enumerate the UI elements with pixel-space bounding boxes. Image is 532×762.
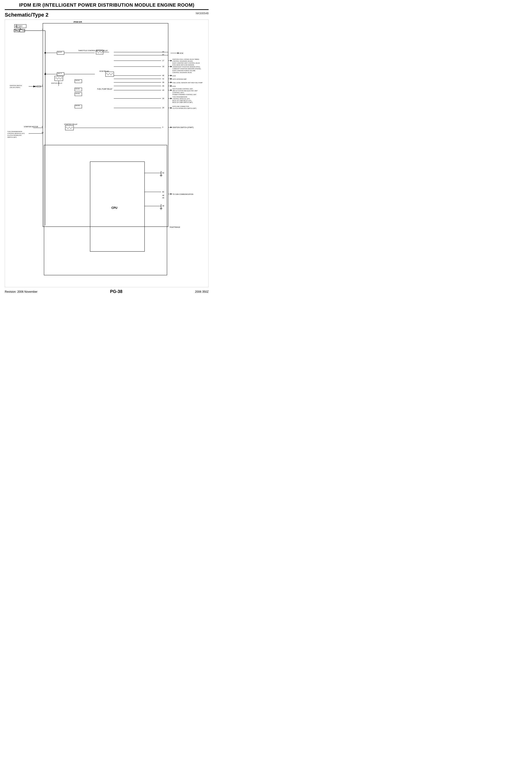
svg-text:VDC/TCS/ABS CONTROL UNIT,: VDC/TCS/ABS CONTROL UNIT,	[172, 88, 193, 90]
svg-text:15A B7: 15A B7	[57, 51, 62, 53]
svg-text:CONTROL SOLENOID VALVE: CONTROL SOLENOID VALVE	[172, 72, 191, 73]
svg-text:42: 42	[162, 51, 164, 53]
footer-left: Revision: 2006 November	[5, 290, 38, 293]
svg-text:(CONTROL UNIT),: (CONTROL UNIT),	[172, 92, 185, 93]
svg-text:TCM (TRANSMISSION: TCM (TRANSMISSION	[7, 131, 22, 132]
svg-text:IGNITION RELAY: IGNITION RELAY	[51, 83, 62, 84]
svg-text:EVAP CANISTER VENT CONTROL VAL: EVAP CANISTER VENT CONTROL VALVE	[172, 62, 199, 64]
svg-text:TO CAN COMMUNICATION: TO CAN COMMUNICATION	[172, 193, 193, 195]
svg-rect-43	[106, 72, 114, 77]
svg-text:STARTER RELAY: STARTER RELAY	[64, 123, 78, 125]
svg-text:SWITCH (M/T): SWITCH (M/T)	[7, 136, 17, 138]
svg-text:TCM (TRANSMISSION: TCM (TRANSMISSION	[172, 96, 187, 98]
svg-text:THROTTLE CONTROL MOTOR RELAY: THROTTLE CONTROL MOTOR RELAY	[78, 50, 108, 51]
svg-rect-39	[55, 76, 63, 81]
svg-text:ECM: ECM	[180, 52, 183, 54]
svg-text:FUEL LEVEL SENSOR UNIT AND FUE: FUEL LEVEL SENSOR UNIT AND FUEL PUMP	[172, 82, 202, 83]
svg-rect-0	[43, 23, 168, 227]
svg-text:49: 49	[162, 197, 164, 198]
svg-rect-113	[65, 125, 73, 130]
svg-text:ECM, MASS AIR FLOW SENSOR,: ECM, MASS AIR FLOW SENSOR,	[172, 64, 194, 66]
svg-marker-117	[171, 126, 172, 128]
footer-right: 2006 350Z	[195, 290, 209, 293]
svg-text:FUEL PUMP RELAY: FUEL PUMP RELAY	[97, 88, 113, 90]
page-footer: Revision: 2006 November PG-38 2006 350Z	[5, 289, 209, 294]
svg-text:53: 53	[42, 132, 43, 133]
svg-text:ECM: ECM	[172, 86, 176, 87]
svg-marker-77	[171, 82, 172, 83]
svg-marker-73	[171, 78, 172, 80]
svg-text:80A: 80A	[14, 29, 17, 30]
svg-marker-85	[171, 90, 172, 91]
svg-text:EVAP CANISTER PURGE VOLUME: EVAP CANISTER PURGE VOLUME	[172, 70, 195, 71]
section-header: Schematic/Type 2 NKS0054B	[5, 12, 209, 18]
svg-text:40: 40	[162, 85, 164, 87]
svg-marker-106	[34, 86, 36, 88]
svg-text:CONTROL MODULE) (A/T): CONTROL MODULE) (A/T)	[7, 133, 25, 134]
svg-text:IGNITION SWITCH (START): IGNITION SWITCH (START)	[172, 126, 193, 128]
svg-text:IGNITION COILS, INTAKE VALVE T: IGNITION COILS, INTAKE VALVE TIMING	[172, 58, 199, 60]
svg-text:7: 7	[42, 85, 43, 86]
svg-text:15A 77: 15A 77	[57, 73, 62, 74]
svg-text:43: 43	[162, 89, 164, 91]
svg-text:10A 82: 10A 82	[75, 88, 80, 90]
svg-marker-138	[171, 193, 172, 195]
svg-marker-81	[171, 85, 172, 87]
svg-text:CRANKSHAFT POSITION SENSOR (PO: CRANKSHAFT POSITION SENSOR (POS),	[172, 66, 200, 68]
page-header: IPDM E/R (INTELLIGENT POWER DISTRIBUTION…	[5, 2, 209, 10]
svg-text:10A 83: 10A 83	[75, 93, 80, 94]
svg-marker-99	[171, 107, 172, 109]
svg-text:4: 4	[162, 126, 163, 128]
svg-point-163	[44, 73, 46, 75]
diagram-container: IPDM E/R BATTERY 80A 80A 2 15A B7 THRO	[5, 20, 209, 287]
svg-text:CONTROL MODULE) (A/T),: CONTROL MODULE) (A/T),	[172, 98, 190, 100]
svg-text:IGNITION SWITCH: IGNITION SWITCH	[10, 85, 22, 86]
svg-text:2: 2	[42, 29, 43, 30]
svg-text:46: 46	[162, 75, 164, 76]
svg-text:26: 26	[162, 98, 164, 99]
svg-text:50: 50	[162, 172, 164, 174]
svg-marker-29	[178, 52, 179, 54]
diagram-ref: NKS0054B	[196, 12, 209, 15]
svg-text:BATTERY: BATTERY	[15, 25, 23, 27]
svg-text:38: 38	[162, 205, 164, 207]
svg-text:48: 48	[162, 194, 164, 196]
svg-text:IPDM E/R: IPDM E/R	[73, 21, 82, 23]
svg-text:41: 41	[162, 78, 164, 80]
svg-text:15A 81: 15A 81	[75, 80, 80, 81]
svg-text:DATA LINK CONNECTOR,: DATA LINK CONNECTOR,	[172, 106, 190, 107]
svg-text:TKWT5641E: TKWT5641E	[169, 226, 180, 228]
svg-text:NATS ANTENNA AMP.: NATS ANTENNA AMP.	[172, 78, 187, 80]
svg-text:3: 3	[42, 126, 43, 127]
svg-marker-69	[171, 75, 172, 76]
svg-text:25: 25	[162, 107, 164, 109]
svg-text:18: 18	[162, 66, 164, 67]
svg-marker-92	[171, 98, 172, 99]
svg-text:60: 60	[162, 191, 164, 193]
svg-text:CAMSHAFT POSITION SENSORS (PHA: CAMSHAFT POSITION SENSORS (PHASE),	[172, 68, 201, 69]
section-title: Schematic/Type 2	[5, 12, 48, 18]
svg-text:17: 17	[162, 60, 164, 61]
svg-text:CONTROL SOLENOID VALVES,: CONTROL SOLENOID VALVES,	[172, 60, 193, 62]
svg-rect-125	[44, 145, 167, 275]
svg-text:(ON OR START): (ON OR START)	[10, 87, 20, 88]
svg-text:CLUTCH INTERLOCK SWITCH (M/T): CLUTCH INTERLOCK SWITCH (M/T)	[172, 108, 196, 109]
svg-text:BACK-UP LAMP RELAY (A/T),: BACK-UP LAMP RELAY (A/T),	[172, 100, 192, 102]
svg-text:POWER STEERING CONTROL UNIT: POWER STEERING CONTROL UNIT	[172, 94, 196, 95]
svg-marker-55	[171, 60, 172, 61]
svg-text:CLUTCH INTERLOCK: CLUTCH INTERLOCK	[7, 135, 22, 136]
svg-text:10A 59: 10A 59	[75, 105, 80, 107]
svg-text:39: 39	[162, 82, 164, 83]
svg-text:ECM: ECM	[172, 75, 176, 77]
svg-marker-61	[171, 66, 172, 67]
main-title: IPDM E/R (INTELLIGENT POWER DISTRIBUTION…	[5, 2, 209, 8]
svg-point-162	[44, 52, 46, 53]
svg-text:CPU: CPU	[112, 206, 117, 209]
svg-text:STARTER MOTOR: STARTER MOTOR	[24, 126, 38, 127]
svg-text:ABS ACTUATOR AND ELECTRIC UNIT: ABS ACTUATOR AND ELECTRIC UNIT	[172, 90, 198, 92]
footer-center: PG-38	[110, 289, 122, 294]
svg-text:BACK-UP LAMP SWITCH (M/T): BACK-UP LAMP SWITCH (M/T)	[172, 102, 192, 103]
